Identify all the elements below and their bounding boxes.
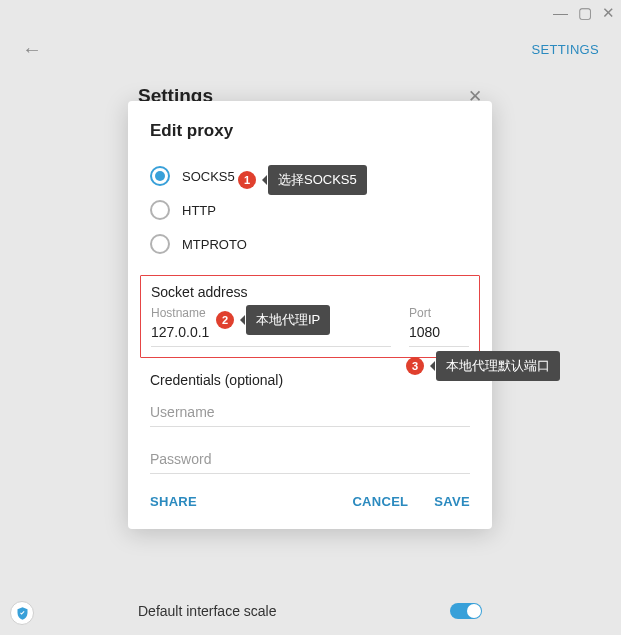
socket-address-section: Socket address Hostname 127.0.0.1 Port 1…	[140, 275, 480, 358]
radio-label: SOCKS5	[182, 169, 235, 184]
hostname-label: Hostname	[151, 306, 391, 320]
save-button[interactable]: SAVE	[434, 494, 470, 509]
settings-link[interactable]: SETTINGS	[532, 42, 599, 57]
radio-mtproto[interactable]: MTPROTO	[150, 227, 470, 261]
edit-proxy-modal: Edit proxy SOCKS5 HTTP MTPROTO Socket ad…	[128, 101, 492, 529]
radio-label: MTPROTO	[182, 237, 247, 252]
radio-icon	[150, 234, 170, 254]
default-scale-row: Default interface scale	[114, 588, 506, 634]
topbar: ← SETTINGS	[0, 24, 621, 74]
socket-address-title: Socket address	[151, 284, 469, 300]
cancel-button[interactable]: CANCEL	[352, 494, 408, 509]
maximize-icon[interactable]: ▢	[578, 5, 592, 20]
default-scale-toggle[interactable]	[450, 603, 482, 619]
shield-icon[interactable]	[10, 601, 34, 625]
default-scale-label: Default interface scale	[138, 603, 277, 619]
credentials-section: Credentials (optional)	[128, 358, 492, 474]
credentials-title: Credentials (optional)	[150, 372, 470, 388]
hostname-value: 127.0.0.1	[151, 324, 391, 347]
hostname-field[interactable]: Hostname 127.0.0.1	[151, 306, 391, 347]
radio-socks5[interactable]: SOCKS5	[150, 159, 470, 193]
port-value: 1080	[409, 324, 469, 347]
radio-label: HTTP	[182, 203, 216, 218]
radio-http[interactable]: HTTP	[150, 193, 470, 227]
username-input[interactable]	[150, 394, 470, 427]
port-field[interactable]: Port 1080	[409, 306, 469, 347]
window-titlebar: — ▢ ✕	[0, 0, 621, 24]
back-arrow-icon[interactable]: ←	[22, 38, 42, 61]
modal-buttons: SHARE CANCEL SAVE	[128, 474, 492, 517]
modal-title: Edit proxy	[128, 101, 492, 159]
radio-icon	[150, 166, 170, 186]
radio-icon	[150, 200, 170, 220]
window-close-icon[interactable]: ✕	[602, 5, 615, 20]
password-input[interactable]	[150, 441, 470, 474]
port-label: Port	[409, 306, 469, 320]
share-button[interactable]: SHARE	[150, 494, 197, 509]
minimize-icon[interactable]: —	[553, 5, 568, 20]
